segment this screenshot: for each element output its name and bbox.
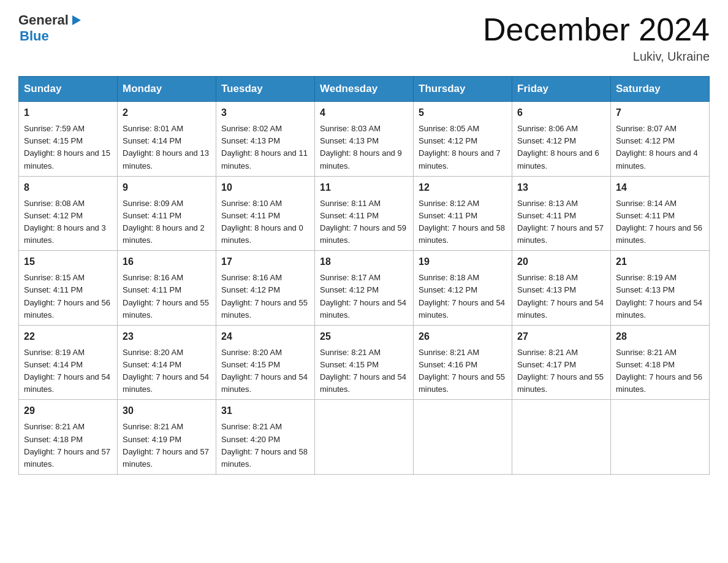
day-info: Sunrise: 8:07 AMSunset: 4:12 PMDaylight:… [616, 124, 698, 170]
day-number: 10 [221, 180, 309, 195]
day-header-sunday: Sunday [19, 77, 118, 102]
day-info: Sunrise: 8:06 AMSunset: 4:12 PMDaylight:… [517, 124, 599, 170]
logo-arrow-icon [69, 13, 82, 27]
day-header-friday: Friday [512, 77, 611, 102]
day-number: 25 [320, 329, 408, 344]
calendar-cell: 30Sunrise: 8:21 AMSunset: 4:19 PMDayligh… [118, 400, 216, 475]
day-number: 24 [221, 329, 309, 344]
calendar-cell: 11Sunrise: 8:11 AMSunset: 4:11 PMDayligh… [315, 176, 414, 251]
day-number: 16 [123, 255, 211, 269]
day-number: 23 [123, 329, 211, 344]
calendar-cell: 10Sunrise: 8:10 AMSunset: 4:11 PMDayligh… [216, 176, 315, 251]
day-number: 14 [616, 180, 704, 195]
day-number: 11 [320, 180, 408, 195]
day-info: Sunrise: 8:13 AMSunset: 4:11 PMDaylight:… [517, 199, 604, 245]
day-info: Sunrise: 8:21 AMSunset: 4:19 PMDaylight:… [123, 422, 209, 468]
calendar-cell: 2Sunrise: 8:01 AMSunset: 4:14 PMDaylight… [118, 102, 216, 177]
calendar-cell: 23Sunrise: 8:20 AMSunset: 4:14 PMDayligh… [118, 325, 216, 400]
day-number: 17 [221, 255, 309, 269]
calendar-cell: 19Sunrise: 8:18 AMSunset: 4:12 PMDayligh… [414, 251, 512, 326]
day-info: Sunrise: 8:16 AMSunset: 4:12 PMDaylight:… [221, 273, 308, 319]
day-info: Sunrise: 8:03 AMSunset: 4:13 PMDaylight:… [320, 124, 402, 170]
day-number: 7 [616, 105, 704, 120]
day-header-saturday: Saturday [611, 77, 710, 102]
day-number: 22 [24, 329, 112, 344]
calendar-cell: 18Sunrise: 8:17 AMSunset: 4:12 PMDayligh… [315, 251, 414, 326]
day-info: Sunrise: 8:19 AMSunset: 4:13 PMDaylight:… [616, 273, 702, 319]
calendar-week-row: 15Sunrise: 8:15 AMSunset: 4:11 PMDayligh… [19, 251, 710, 326]
day-info: Sunrise: 8:21 AMSunset: 4:17 PMDaylight:… [517, 348, 604, 394]
day-number: 9 [123, 180, 211, 195]
calendar-cell: 25Sunrise: 8:21 AMSunset: 4:15 PMDayligh… [315, 325, 414, 400]
day-info: Sunrise: 8:08 AMSunset: 4:12 PMDaylight:… [24, 199, 106, 245]
day-number: 27 [517, 329, 605, 344]
calendar-week-row: 29Sunrise: 8:21 AMSunset: 4:18 PMDayligh… [19, 400, 710, 475]
day-info: Sunrise: 8:21 AMSunset: 4:15 PMDaylight:… [320, 348, 406, 394]
day-info: Sunrise: 8:10 AMSunset: 4:11 PMDaylight:… [221, 199, 303, 245]
calendar-cell: 31Sunrise: 8:21 AMSunset: 4:20 PMDayligh… [216, 400, 315, 475]
calendar-cell: 6Sunrise: 8:06 AMSunset: 4:12 PMDaylight… [512, 102, 611, 177]
svg-marker-0 [72, 15, 81, 25]
calendar-cell: 14Sunrise: 8:14 AMSunset: 4:11 PMDayligh… [611, 176, 710, 251]
day-header-wednesday: Wednesday [315, 77, 414, 102]
day-info: Sunrise: 8:14 AMSunset: 4:11 PMDaylight:… [616, 199, 702, 245]
day-info: Sunrise: 8:15 AMSunset: 4:11 PMDaylight:… [24, 273, 110, 319]
day-info: Sunrise: 8:01 AMSunset: 4:14 PMDaylight:… [123, 124, 209, 170]
calendar-cell: 8Sunrise: 8:08 AMSunset: 4:12 PMDaylight… [19, 176, 118, 251]
day-info: Sunrise: 8:20 AMSunset: 4:15 PMDaylight:… [221, 348, 308, 394]
page-header: General Blue December 2024 Lukiv, Ukrain… [18, 12, 710, 64]
day-info: Sunrise: 8:19 AMSunset: 4:14 PMDaylight:… [24, 348, 110, 394]
day-number: 6 [517, 105, 605, 120]
day-number: 20 [517, 255, 605, 269]
day-info: Sunrise: 8:09 AMSunset: 4:11 PMDaylight:… [123, 199, 205, 245]
calendar-cell: 13Sunrise: 8:13 AMSunset: 4:11 PMDayligh… [512, 176, 611, 251]
calendar-cell: 20Sunrise: 8:18 AMSunset: 4:13 PMDayligh… [512, 251, 611, 326]
calendar-cell: 21Sunrise: 8:19 AMSunset: 4:13 PMDayligh… [611, 251, 710, 326]
calendar-cell: 4Sunrise: 8:03 AMSunset: 4:13 PMDaylight… [315, 102, 414, 177]
day-header-monday: Monday [118, 77, 216, 102]
day-number: 15 [24, 255, 112, 269]
calendar-cell [611, 400, 710, 475]
day-number: 8 [24, 180, 112, 195]
logo: General Blue [18, 12, 82, 44]
calendar-cell: 3Sunrise: 8:02 AMSunset: 4:13 PMDaylight… [216, 102, 315, 177]
calendar-cell [414, 400, 512, 475]
day-info: Sunrise: 8:11 AMSunset: 4:11 PMDaylight:… [320, 199, 406, 245]
day-number: 1 [24, 105, 112, 120]
calendar-cell: 16Sunrise: 8:16 AMSunset: 4:11 PMDayligh… [118, 251, 216, 326]
day-info: Sunrise: 8:16 AMSunset: 4:11 PMDaylight:… [123, 273, 209, 319]
day-info: Sunrise: 8:18 AMSunset: 4:12 PMDaylight:… [419, 273, 505, 319]
calendar-week-row: 8Sunrise: 8:08 AMSunset: 4:12 PMDaylight… [19, 176, 710, 251]
calendar-week-row: 1Sunrise: 7:59 AMSunset: 4:15 PMDaylight… [19, 102, 710, 177]
day-info: Sunrise: 8:12 AMSunset: 4:11 PMDaylight:… [419, 199, 505, 245]
day-info: Sunrise: 8:21 AMSunset: 4:18 PMDaylight:… [616, 348, 702, 394]
day-header-thursday: Thursday [414, 77, 512, 102]
day-number: 21 [616, 255, 704, 269]
calendar-cell: 17Sunrise: 8:16 AMSunset: 4:12 PMDayligh… [216, 251, 315, 326]
logo-blue: Blue [20, 28, 49, 44]
calendar-header-row: SundayMondayTuesdayWednesdayThursdayFrid… [19, 77, 710, 102]
subtitle: Lukiv, Ukraine [483, 50, 710, 64]
main-title: December 2024 [483, 12, 710, 47]
day-number: 2 [123, 105, 211, 120]
logo-general: General [18, 12, 69, 28]
calendar-cell: 15Sunrise: 8:15 AMSunset: 4:11 PMDayligh… [19, 251, 118, 326]
day-info: Sunrise: 8:18 AMSunset: 4:13 PMDaylight:… [517, 273, 604, 319]
day-number: 4 [320, 105, 408, 120]
day-number: 26 [419, 329, 507, 344]
day-info: Sunrise: 8:21 AMSunset: 4:20 PMDaylight:… [221, 422, 308, 468]
calendar-cell: 12Sunrise: 8:12 AMSunset: 4:11 PMDayligh… [414, 176, 512, 251]
day-number: 13 [517, 180, 605, 195]
calendar-cell: 9Sunrise: 8:09 AMSunset: 4:11 PMDaylight… [118, 176, 216, 251]
day-info: Sunrise: 8:17 AMSunset: 4:12 PMDaylight:… [320, 273, 406, 319]
calendar-cell: 29Sunrise: 8:21 AMSunset: 4:18 PMDayligh… [19, 400, 118, 475]
day-header-tuesday: Tuesday [216, 77, 315, 102]
day-number: 29 [24, 404, 112, 418]
day-number: 30 [123, 404, 211, 418]
day-number: 31 [221, 404, 309, 418]
day-info: Sunrise: 8:02 AMSunset: 4:13 PMDaylight:… [221, 124, 308, 170]
day-number: 12 [419, 180, 507, 195]
calendar-cell: 7Sunrise: 8:07 AMSunset: 4:12 PMDaylight… [611, 102, 710, 177]
day-info: Sunrise: 8:21 AMSunset: 4:16 PMDaylight:… [419, 348, 505, 394]
day-number: 19 [419, 255, 507, 269]
